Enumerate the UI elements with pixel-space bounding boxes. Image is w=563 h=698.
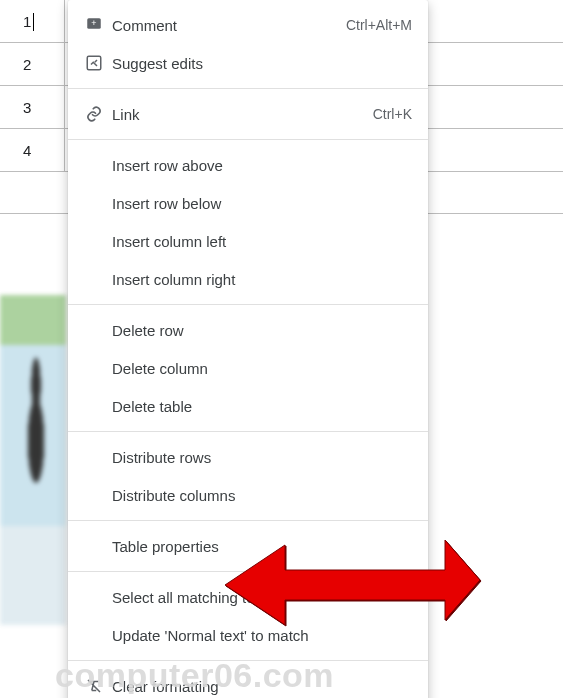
menu-item-suggest-edits[interactable]: Suggest edits [68, 44, 428, 82]
text-cursor [33, 13, 34, 31]
menu-item-select-all-matching-text[interactable]: Select all matching text [68, 578, 428, 616]
menu-item-update-normal-text-to-match[interactable]: Update 'Normal text' to match [68, 616, 428, 654]
cell-value: 1 [23, 13, 31, 30]
menu-label: Suggest edits [108, 55, 412, 72]
menu-label: Select all matching text [80, 589, 412, 606]
comment-icon: + [80, 16, 108, 34]
context-menu: + Comment Ctrl+Alt+M Suggest edits Link … [68, 0, 428, 698]
menu-label: Table properties [80, 538, 412, 555]
menu-label: Delete column [80, 360, 412, 377]
menu-shortcut: Ctrl+Alt+M [346, 17, 412, 33]
menu-label: Link [108, 106, 373, 123]
menu-item-distribute-columns[interactable]: Distribute columns [68, 476, 428, 514]
background-image-penguin [0, 295, 66, 625]
menu-item-insert-row-above[interactable]: Insert row above [68, 146, 428, 184]
menu-label: Insert row below [80, 195, 412, 212]
menu-label: Insert row above [80, 157, 412, 174]
menu-separator [68, 88, 428, 89]
table-cell-2[interactable]: 2 [15, 43, 65, 86]
menu-separator [68, 139, 428, 140]
link-icon [80, 105, 108, 123]
menu-label: Delete table [80, 398, 412, 415]
menu-label: Update 'Normal text' to match [80, 627, 412, 644]
menu-item-delete-column[interactable]: Delete column [68, 349, 428, 387]
menu-item-link[interactable]: Link Ctrl+K [68, 95, 428, 133]
cell-value: 3 [23, 99, 31, 116]
suggest-edits-icon [80, 54, 108, 72]
menu-separator [68, 571, 428, 572]
svg-text:+: + [91, 18, 96, 28]
cell-value: 4 [23, 142, 31, 159]
menu-label: Delete row [80, 322, 412, 339]
menu-item-table-properties[interactable]: Table properties [68, 527, 428, 565]
menu-label: Comment [108, 17, 346, 34]
table-cell-1[interactable]: 1 [15, 0, 65, 43]
cell-value: 2 [23, 56, 31, 73]
menu-separator [68, 431, 428, 432]
menu-item-insert-column-right[interactable]: Insert column right [68, 260, 428, 298]
menu-item-delete-row[interactable]: Delete row [68, 311, 428, 349]
table-cell-4[interactable]: 4 [15, 129, 65, 172]
menu-label: Distribute columns [80, 487, 412, 504]
menu-separator [68, 520, 428, 521]
menu-item-distribute-rows[interactable]: Distribute rows [68, 438, 428, 476]
menu-item-comment[interactable]: + Comment Ctrl+Alt+M [68, 6, 428, 44]
menu-label: Insert column right [80, 271, 412, 288]
menu-item-delete-table[interactable]: Delete table [68, 387, 428, 425]
watermark-text: computer06.com [55, 656, 334, 695]
menu-item-insert-column-left[interactable]: Insert column left [68, 222, 428, 260]
menu-shortcut: Ctrl+K [373, 106, 412, 122]
menu-item-insert-row-below[interactable]: Insert row below [68, 184, 428, 222]
menu-separator [68, 304, 428, 305]
menu-label: Distribute rows [80, 449, 412, 466]
menu-label: Insert column left [80, 233, 412, 250]
table-cell-3[interactable]: 3 [15, 86, 65, 129]
